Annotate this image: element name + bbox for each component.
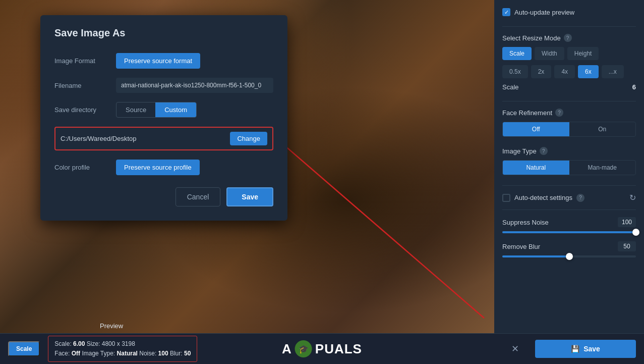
scale-4x-btn[interactable]: 4x (554, 65, 575, 78)
suppress-noise-track[interactable] (502, 231, 636, 233)
scale-display-value: 6 (632, 83, 636, 91)
man-made-btn[interactable]: Man-made (569, 161, 636, 175)
divider-1 (502, 26, 636, 27)
remove-blur-value: 50 (618, 241, 636, 251)
remove-blur-label: Remove Blur (502, 243, 540, 250)
custom-tab[interactable]: Custom (155, 102, 196, 117)
auto-detect-checkbox[interactable] (502, 194, 510, 202)
info-face-value: Off (72, 350, 80, 357)
logo-face-icon: 🎓 (299, 344, 309, 354)
suppress-noise-fill (502, 231, 636, 233)
bottom-bar: Scale Scale: 6.00 Size: 4800 x 3198 Face… (0, 333, 644, 364)
directory-path-row: C:/Users/Wareed/Desktop Change (54, 127, 273, 150)
face-refinement-toggle: Off On (502, 122, 636, 137)
info-type-label: Image Type: (80, 350, 117, 357)
scale-badge[interactable]: Scale (8, 341, 40, 356)
divider-4 (502, 210, 636, 210)
auto-detect-label: Auto-detect settings (514, 194, 572, 201)
save-directory-label: Save directory (54, 106, 110, 114)
info-blur-label: Blur: (168, 350, 184, 357)
face-off-btn[interactable]: Off (503, 122, 569, 136)
bottom-close-btn[interactable]: ✕ (507, 341, 523, 356)
info-noise-label: Noise: (138, 350, 158, 357)
bottom-info-box: Scale: 6.00 Size: 4800 x 3198 Face: Off … (48, 336, 197, 362)
scale-display-label: Scale (502, 83, 519, 91)
scale-2x-btn[interactable]: 2x (531, 65, 552, 78)
image-type-toggle: Natural Man-made (502, 160, 636, 175)
info-noise-value: 100 (158, 350, 168, 357)
scale-05x-btn[interactable]: 0.5x (502, 65, 528, 78)
scale-display: Scale 6 (502, 83, 636, 91)
info-scale-value: 6.00 (73, 340, 85, 347)
scale-6x-btn[interactable]: 6x (578, 65, 599, 78)
remove-blur-fill (502, 255, 569, 257)
face-refinement-title: Face Refinement (502, 109, 552, 117)
appuals-logo-area: A 🎓 PUALS (282, 340, 362, 357)
auto-update-checkbox[interactable]: ✓ (502, 8, 510, 16)
image-type-help-icon[interactable]: ? (540, 147, 548, 155)
resize-scale-btn[interactable]: Scale (502, 47, 532, 60)
scale-preset-group: 0.5x 2x 4x 6x ...x (502, 65, 636, 78)
scale-custom-btn[interactable]: ...x (602, 65, 624, 78)
preserve-profile-btn[interactable]: Preserve source profile (116, 160, 200, 175)
app-logo-text: A (282, 341, 292, 357)
refresh-icon[interactable]: ↻ (629, 193, 636, 202)
resize-mode-group: Scale Width Height (502, 47, 636, 60)
suppress-noise-thumb[interactable] (632, 229, 639, 236)
dialog-save-btn[interactable]: Save (226, 187, 273, 206)
auto-detect-row: Auto-detect settings ? ↻ (502, 193, 636, 202)
filename-label: Filename (54, 82, 110, 89)
suppress-noise-label: Suppress Noise (502, 219, 549, 226)
image-format-label: Image Format (54, 57, 110, 65)
info-blur-value: 50 (184, 350, 191, 357)
info-type-value: Natural (117, 350, 138, 357)
source-tab[interactable]: Source (116, 102, 155, 117)
divider-3 (502, 185, 636, 186)
save-directory-row: Save directory Source Custom (54, 102, 273, 118)
dialog-title: Save Image As (54, 27, 273, 39)
bottom-save-label: Save (583, 345, 600, 353)
change-directory-btn[interactable]: Change (230, 132, 267, 145)
info-size-value: 4800 x 3198 (102, 340, 135, 347)
color-profile-label: Color profile (54, 164, 110, 171)
info-scale-label: Scale: (54, 340, 73, 347)
info-size-label: Size: (85, 340, 101, 347)
resize-mode-help-icon[interactable]: ? (564, 34, 572, 42)
filename-input[interactable]: atmai-national-park-ak-iso1250-800mm-f56… (116, 78, 273, 93)
modal-actions: Cancel Save (54, 187, 273, 206)
resize-mode-title: Select Resize Mode (502, 34, 561, 42)
cancel-btn[interactable]: Cancel (175, 187, 221, 206)
logo-icon: 🎓 (295, 340, 312, 357)
save-image-dialog: Save Image As Image Format Preserve sour… (40, 15, 287, 221)
image-type-title: Image Type (502, 147, 537, 155)
natural-btn[interactable]: Natural (503, 161, 569, 175)
remove-blur-track[interactable] (502, 255, 636, 257)
remove-blur-row: Remove Blur 50 (502, 241, 636, 257)
auto-update-label: Auto-update preview (514, 9, 574, 16)
info-face-label: Face: (54, 350, 71, 357)
image-format-row: Image Format Preserve source format (54, 53, 273, 69)
face-on-btn[interactable]: On (569, 122, 636, 136)
face-refinement-help-icon[interactable]: ? (555, 109, 563, 117)
divider-2 (502, 101, 636, 101)
check-icon: ✓ (504, 9, 509, 16)
suppress-noise-value: 100 (618, 217, 636, 227)
auto-detect-help-icon[interactable]: ? (576, 194, 584, 202)
app-logo-text2: PUALS (315, 341, 362, 357)
directory-tab-group: Source Custom (116, 102, 197, 118)
preserve-format-btn[interactable]: Preserve source format (116, 53, 200, 69)
resize-width-btn[interactable]: Width (535, 47, 564, 60)
floppy-icon: 💾 (571, 345, 579, 353)
preview-label: Preview (100, 322, 123, 330)
color-profile-row: Color profile Preserve source profile (54, 160, 273, 175)
directory-path-text: C:/Users/Wareed/Desktop (61, 135, 225, 142)
resize-height-btn[interactable]: Height (567, 47, 599, 60)
remove-blur-thumb[interactable] (566, 253, 573, 260)
filename-row: Filename atmai-national-park-ak-iso1250-… (54, 78, 273, 93)
bottom-save-btn[interactable]: 💾 Save (535, 340, 636, 358)
right-panel: ✓ Auto-update preview Select Resize Mode… (494, 0, 644, 333)
suppress-noise-row: Suppress Noise 100 (502, 217, 636, 233)
